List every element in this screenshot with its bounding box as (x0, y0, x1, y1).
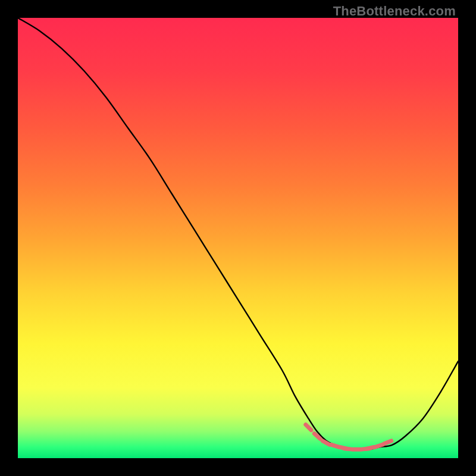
optimal-marker (384, 441, 392, 444)
bottleneck-chart (18, 18, 458, 458)
gradient-background (18, 18, 458, 458)
optimal-marker (375, 444, 383, 447)
chart-container: TheBottleneck.com (0, 0, 476, 476)
optimal-marker (331, 444, 339, 447)
plot-area (18, 18, 458, 458)
optimal-marker (345, 449, 352, 449)
watermark-text: TheBottleneck.com (333, 4, 456, 19)
optimal-marker (367, 447, 374, 449)
